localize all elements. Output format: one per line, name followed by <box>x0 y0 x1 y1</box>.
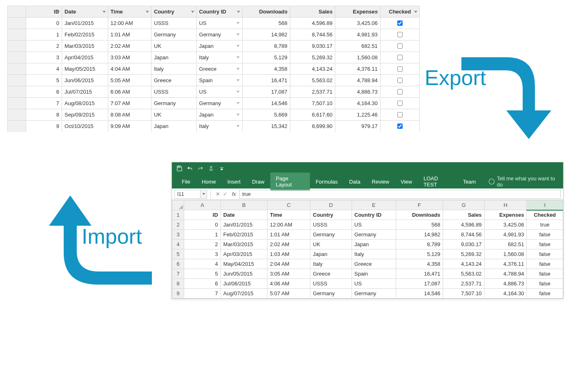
excel-row[interactable]: 20Jan/01/201512:00 AMUSSSUS5684,596.893,… <box>172 220 563 230</box>
cell-checked[interactable] <box>380 29 419 40</box>
table-row[interactable]: 1Feb/02/20151:01 AMGermanyGermany14,9828… <box>8 29 420 40</box>
cell[interactable]: Expenses <box>484 210 527 220</box>
chevron-down-icon[interactable] <box>236 68 240 70</box>
row-number[interactable]: 7 <box>172 269 184 279</box>
checked-checkbox[interactable] <box>397 43 403 49</box>
row-selector[interactable] <box>8 40 26 52</box>
cell-date[interactable]: Oct/10/2015 <box>62 121 108 132</box>
cell-sales[interactable]: 6,617.60 <box>290 109 335 121</box>
checked-checkbox[interactable] <box>397 66 403 72</box>
cell[interactable]: Checked <box>527 210 563 220</box>
cell[interactable]: 2,537.71 <box>443 279 484 289</box>
cell-id[interactable]: 6 <box>26 86 62 98</box>
cell[interactable]: false <box>527 259 563 269</box>
row-selector[interactable] <box>8 86 26 98</box>
qat-more-icon[interactable] <box>218 165 225 172</box>
row-selector[interactable] <box>8 52 26 63</box>
ribbon-tab-team[interactable]: Team <box>457 176 482 188</box>
col-letter-D[interactable]: D <box>310 200 352 210</box>
chevron-down-icon[interactable] <box>236 79 240 81</box>
undo-icon[interactable] <box>187 165 193 172</box>
cell-country-id[interactable]: US <box>196 18 243 29</box>
col-header-id[interactable]: ID <box>26 6 62 18</box>
cell[interactable]: Downloads <box>396 210 443 220</box>
chevron-down-icon[interactable] <box>236 125 240 127</box>
ribbon-tab-home[interactable]: Home <box>196 176 222 188</box>
chevron-down-icon[interactable] <box>236 114 240 116</box>
col-letter-I[interactable]: I <box>527 200 563 210</box>
checked-checkbox[interactable] <box>397 89 403 94</box>
checked-checkbox[interactable] <box>397 123 403 129</box>
cell[interactable]: 0 <box>184 220 220 230</box>
col-letter-H[interactable]: H <box>484 200 527 210</box>
cell-time[interactable]: 7:07 AM <box>108 98 151 109</box>
cell-country[interactable]: Greece <box>151 75 197 86</box>
name-box-dropdown[interactable] <box>200 190 207 199</box>
filter-icon[interactable] <box>237 11 240 13</box>
table-row[interactable]: 0Jan/01/201512:00 AMUSSSUS5684,596.893,4… <box>8 18 420 29</box>
cell-id[interactable]: 3 <box>26 52 62 63</box>
chevron-down-icon[interactable] <box>236 91 240 93</box>
cell-sales[interactable]: 4,596.89 <box>290 18 335 29</box>
cell-checked[interactable] <box>380 63 419 75</box>
col-header-date[interactable]: Date <box>62 6 108 18</box>
cell-sales[interactable]: 8,699.90 <box>290 121 335 132</box>
row-number[interactable]: 3 <box>172 230 184 240</box>
filter-icon[interactable] <box>146 11 149 13</box>
table-row[interactable]: 8Sep/09/20158:08 AMUKJapan5,6696,617.601… <box>8 109 420 121</box>
excel-row[interactable]: 75Jun/05/20153:05 AMGreeceSpain16,4715,5… <box>172 269 563 279</box>
cell[interactable]: 9,030.17 <box>443 240 484 249</box>
cell-date[interactable]: Jul/07/2015 <box>62 86 108 98</box>
cell[interactable]: Jan/01/2015 <box>220 220 267 230</box>
cell[interactable]: 3:05 AM <box>267 269 310 279</box>
row-number[interactable]: 2 <box>172 220 184 230</box>
cell[interactable]: 4,376.11 <box>484 259 527 269</box>
filter-icon[interactable] <box>191 11 194 13</box>
cell-expenses[interactable]: 1,225.46 <box>335 109 381 121</box>
col-header-expenses[interactable]: Expenses <box>335 6 381 18</box>
col-letter-C[interactable]: C <box>267 200 310 210</box>
cell[interactable]: UK <box>310 240 352 249</box>
cell-country[interactable]: Japan <box>151 52 197 63</box>
cell-date[interactable]: Aug/08/2015 <box>62 98 108 109</box>
cell[interactable]: 682.51 <box>484 240 527 249</box>
cell[interactable]: Japan <box>352 240 396 249</box>
cell-time[interactable]: 2:02 AM <box>108 40 151 52</box>
ribbon-tab-data[interactable]: Data <box>343 176 366 188</box>
cell[interactable]: 2:02 AM <box>267 240 310 249</box>
cell[interactable]: false <box>527 279 563 289</box>
cell[interactable]: 7 <box>184 289 220 298</box>
cell[interactable]: 17,087 <box>396 279 443 289</box>
cell-checked[interactable] <box>380 40 419 52</box>
cell-checked[interactable] <box>380 109 419 121</box>
filter-icon[interactable] <box>375 11 378 13</box>
excel-row[interactable]: 31Feb/02/20151:01 AMGermanyGermany14,982… <box>172 230 563 240</box>
cell-id[interactable]: 8 <box>26 109 62 121</box>
cell-sales[interactable]: 7,507.10 <box>290 98 335 109</box>
cell[interactable]: 5 <box>184 269 220 279</box>
cell[interactable]: 14,982 <box>396 230 443 240</box>
row-selector[interactable] <box>8 98 26 109</box>
col-header-sales[interactable]: Sales <box>290 6 335 18</box>
cell-country-id[interactable]: Japan <box>196 109 243 121</box>
cell-date[interactable]: Apr/04/2015 <box>62 52 108 63</box>
cell[interactable]: Greece <box>310 269 352 279</box>
table-row[interactable]: 4May/05/20154:04 AMItalyGreece4,3584,143… <box>8 63 420 75</box>
cell-downloads[interactable]: 17,087 <box>243 86 290 98</box>
select-all-corner[interactable] <box>172 200 184 210</box>
cell[interactable]: Feb/02/2015 <box>220 230 267 240</box>
cell[interactable]: 2 <box>184 240 220 249</box>
cell[interactable]: Japan <box>310 249 352 259</box>
col-header-checked[interactable]: Checked <box>380 6 419 18</box>
row-selector[interactable] <box>8 121 26 132</box>
cell[interactable]: Italy <box>352 249 396 259</box>
row-number[interactable]: 6 <box>172 259 184 269</box>
cell-checked[interactable] <box>380 18 419 29</box>
cell-country[interactable]: Japan <box>151 121 197 132</box>
checked-checkbox[interactable] <box>397 32 403 37</box>
cell-date[interactable]: Jun/06/2015 <box>62 75 108 86</box>
fx-label[interactable]: fx <box>232 191 236 197</box>
tell-me-search[interactable]: Tell me what you want to do <box>489 175 559 188</box>
cell[interactable]: Germany <box>310 230 352 240</box>
cell-country-id[interactable]: Germany <box>196 98 243 109</box>
